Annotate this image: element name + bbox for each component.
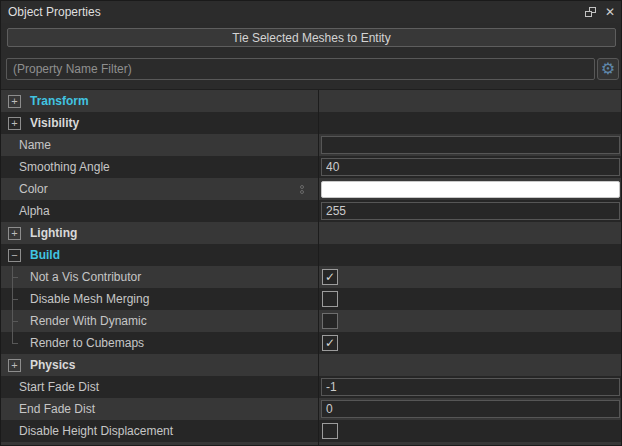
category-row-transform[interactable]: +Transform (1, 90, 622, 112)
label-cell: Alpha (1, 200, 319, 222)
label-cell (1, 442, 319, 446)
label-cell: +Visibility (1, 112, 319, 134)
window-title: Object Properties (8, 5, 101, 19)
start-fade-dist-field[interactable] (321, 378, 620, 396)
category-label: Build (30, 248, 60, 262)
property-row-disable-mesh-merging[interactable]: Disable Mesh Merging (1, 288, 622, 310)
value-cell (319, 354, 622, 376)
property-row-smoothing-angle[interactable]: Smoothing Angle (1, 156, 622, 178)
property-label: Render With Dynamic (30, 314, 147, 328)
value-cell (319, 134, 622, 156)
render-with-dynamic-checkbox[interactable] (322, 313, 338, 329)
label-cell: Smoothing Angle (1, 156, 319, 178)
label-cell: +Lighting (1, 222, 319, 244)
value-cell (319, 90, 622, 112)
category-label: Transform (30, 94, 89, 108)
label-cell: +Transform (1, 90, 319, 112)
property-row-end-fade-dist[interactable]: End Fade Dist (1, 398, 622, 420)
property-label: Not a Vis Contributor (30, 270, 141, 284)
tree-branch-line (12, 288, 30, 310)
value-cell: ✓ (319, 332, 622, 354)
label-cell: Not a Vis Contributor (1, 266, 319, 288)
expand-icon[interactable]: + (8, 227, 21, 240)
value-cell (319, 288, 622, 310)
property-label: Alpha (19, 204, 50, 218)
property-row-render-with-dynamic[interactable]: Render With Dynamic (1, 310, 622, 332)
category-label: Lighting (30, 226, 77, 240)
property-label: Disable Height Displacement (19, 424, 173, 438)
value-cell (319, 398, 622, 420)
property-label: End Fade Dist (19, 402, 95, 416)
name-field[interactable] (321, 136, 620, 154)
smoothing-angle-field[interactable] (321, 158, 620, 176)
end-fade-dist-field[interactable] (321, 400, 620, 418)
not-a-vis-contributor-checkbox[interactable]: ✓ (322, 269, 338, 285)
value-cell (319, 156, 622, 178)
expand-icon[interactable]: + (8, 359, 21, 372)
property-label: Disable Mesh Merging (30, 292, 149, 306)
close-icon[interactable]: ✕ (605, 6, 615, 18)
property-row-not-a-vis-contributor[interactable]: Not a Vis Contributor✓ (1, 266, 622, 288)
value-cell (319, 222, 622, 244)
label-cell: Name (1, 134, 319, 156)
tie-selected-meshes-button[interactable]: Tie Selected Meshes to Entity (7, 28, 616, 47)
value-cell (319, 420, 622, 442)
property-label: Smoothing Angle (19, 160, 110, 174)
label-cell: End Fade Dist (1, 398, 319, 420)
disable-mesh-merging-checkbox[interactable] (322, 291, 338, 307)
property-row-name[interactable]: Name (1, 134, 622, 156)
tree-branch-line (12, 332, 30, 354)
property-row-color[interactable]: Color (1, 178, 622, 200)
tree-branch-line (12, 310, 30, 332)
category-label: Physics (30, 358, 75, 372)
label-cell: Disable Mesh Merging (1, 288, 319, 310)
render-to-cubemaps-checkbox[interactable]: ✓ (322, 335, 338, 351)
alpha-field[interactable] (321, 202, 620, 220)
value-cell (319, 200, 622, 222)
category-row-build[interactable]: −Build (1, 244, 622, 266)
category-row-visibility[interactable]: +Visibility (1, 112, 622, 134)
property-row-disable-height-displacement[interactable]: Disable Height Displacement (1, 420, 622, 442)
label-cell: Start Fade Dist (1, 376, 319, 398)
category-row-lighting[interactable]: +Lighting (1, 222, 622, 244)
float-window-icon[interactable] (585, 7, 596, 17)
titlebar-buttons: ✕ (585, 6, 615, 18)
property-label: Color (19, 182, 48, 196)
color-swatch[interactable] (321, 181, 620, 198)
title-bar[interactable]: Object Properties ✕ (1, 1, 622, 23)
grid-bottom-filler (1, 442, 622, 446)
label-cell: Disable Height Displacement (1, 420, 319, 442)
disable-height-displacement-checkbox[interactable] (322, 423, 338, 439)
property-name-filter-input[interactable] (6, 58, 595, 80)
label-cell: +Physics (1, 354, 319, 376)
value-cell (319, 112, 622, 134)
property-label: Start Fade Dist (19, 380, 99, 394)
collapse-icon[interactable]: − (8, 249, 21, 262)
label-cell: Render With Dynamic (1, 310, 319, 332)
category-row-physics[interactable]: +Physics (1, 354, 622, 376)
value-cell (319, 442, 622, 446)
value-cell (319, 178, 622, 200)
expand-icon[interactable]: + (8, 117, 21, 130)
value-cell: ✓ (319, 266, 622, 288)
value-cell (319, 376, 622, 398)
property-row-alpha[interactable]: Alpha (1, 200, 622, 222)
property-row-start-fade-dist[interactable]: Start Fade Dist (1, 376, 622, 398)
property-label: Name (19, 138, 51, 152)
value-cell (319, 310, 622, 332)
label-cell: Render to Cubemaps (1, 332, 319, 354)
property-label: Render to Cubemaps (30, 336, 144, 350)
color-more-icon[interactable] (300, 185, 304, 194)
expand-icon[interactable]: + (8, 95, 21, 108)
gear-icon: ⚙ (601, 61, 615, 77)
label-cell: −Build (1, 244, 319, 266)
value-cell (319, 244, 622, 266)
filter-settings-button[interactable]: ⚙ (597, 58, 619, 80)
property-grid: +Transform+VisibilityNameSmoothing Angle… (1, 89, 622, 446)
label-cell: Color (1, 178, 319, 200)
object-properties-panel: Object Properties ✕ Tie Selected Meshes … (0, 0, 622, 446)
tree-branch-line (12, 266, 30, 288)
property-row-render-to-cubemaps[interactable]: Render to Cubemaps✓ (1, 332, 622, 354)
category-label: Visibility (30, 116, 79, 130)
